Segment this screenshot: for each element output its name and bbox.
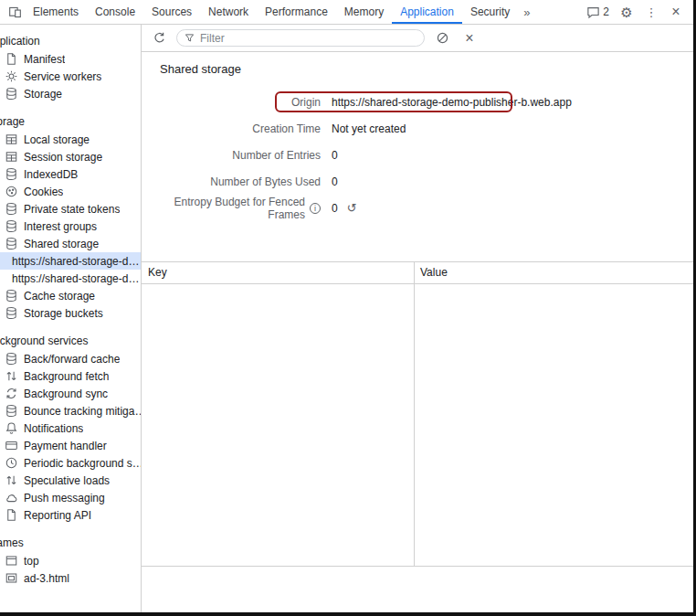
table-body-key-column [142, 284, 415, 566]
sidebar-section-title-background-services[interactable]: Background services [0, 332, 142, 350]
sidebar-item-frame-ad-3[interactable]: ad-3.html [0, 569, 142, 587]
panel-tabs: ElementsConsoleSourcesNetworkPerformance… [25, 0, 518, 24]
sidebar-item-service-workers[interactable]: Service workers [0, 68, 142, 85]
sidebar-item-payment-handler[interactable]: Payment handler [0, 437, 142, 454]
arrows-updown-icon [5, 369, 18, 383]
meta-row-number-of-entries: Number of Entries0 [142, 142, 693, 168]
tab-application[interactable]: Application [392, 0, 462, 24]
table-icon [5, 150, 18, 164]
sidebar-item-interest-groups[interactable]: Interest groups [0, 218, 142, 235]
meta-label: Number of Entries [142, 149, 321, 162]
document-icon [5, 508, 18, 522]
devtools-window: ElementsConsoleSourcesNetworkPerformance… [0, 0, 696, 616]
sidebar-item-label: top [24, 555, 39, 568]
sidebar-item-shared-storage-origin-2[interactable]: https://shared-storage-d… [0, 270, 142, 287]
sidebar-item-label: Background sync [24, 388, 108, 400]
sidebar-item-cookies[interactable]: Cookies [0, 183, 142, 200]
table-body-value-column [415, 284, 693, 566]
sidebar-item-push-messaging[interactable]: Push messaging [0, 489, 142, 506]
sidebar-item-speculative-loads[interactable]: Speculative loads [0, 472, 142, 489]
sidebar-item-label: Cookies [24, 186, 63, 198]
table-header-row: Key Value [142, 262, 693, 284]
sidebar-item-background-sync[interactable]: Background sync [0, 385, 142, 402]
database-icon [5, 306, 18, 320]
sidebar-item-manifest[interactable]: Manifest [0, 50, 142, 68]
close-devtools-icon[interactable]: × [666, 2, 686, 22]
refresh-icon[interactable] [149, 28, 169, 48]
column-header-value[interactable]: Value [415, 262, 693, 283]
meta-value: 0 [332, 202, 338, 215]
sidebar-item-label: ad-3.html [24, 572, 69, 585]
toggle-device-toolbar-icon[interactable] [5, 2, 25, 22]
close-view-icon[interactable]: × [459, 28, 480, 48]
frame-icon [5, 554, 18, 568]
tab-sources[interactable]: Sources [143, 0, 200, 24]
settings-gear-icon[interactable]: ⚙ [617, 2, 637, 22]
sidebar-item-frame-top[interactable]: top [0, 552, 142, 569]
filter-input[interactable] [200, 32, 417, 45]
clear-all-icon[interactable] [432, 28, 452, 48]
more-tabs-button[interactable]: » [518, 5, 535, 19]
sidebar-item-private-state-tokens[interactable]: Private state tokens [0, 200, 142, 218]
sidebar-section-title-frames[interactable]: Frames [0, 534, 142, 552]
sync-icon [5, 387, 18, 400]
sidebar-item-cache-storage[interactable]: Cache storage [0, 287, 142, 304]
sidebar-item-label: Manifest [24, 53, 65, 66]
sidebar-item-label: Back/forward cache [24, 353, 120, 366]
tab-console[interactable]: Console [87, 0, 143, 24]
sidebar-section-application: ApplicationManifestService workersStorag… [0, 32, 142, 102]
meta-label: Origin [142, 96, 321, 109]
meta-row-entropy-budget-for-fenced-frames: Entropy Budget for Fenced Frames0↺ [142, 195, 693, 221]
tab-network[interactable]: Network [200, 0, 257, 24]
meta-row-origin: Originhttps://shared-storage-demo-publis… [142, 89, 693, 115]
sidebar-item-back-forward-cache[interactable]: Back/forward cache [0, 350, 142, 367]
arrows-updown-icon [5, 473, 18, 487]
sidebar-item-label: Shared storage [24, 238, 99, 250]
sidebar-item-label: Session storage [24, 151, 102, 164]
sidebar-item-bounce-tracking-mitigations[interactable]: Bounce tracking mitiga… [0, 402, 142, 420]
sidebar-item-session-storage[interactable]: Session storage [0, 148, 142, 165]
column-header-key[interactable]: Key [142, 262, 415, 283]
meta-label: Creation Time [142, 122, 321, 135]
database-icon [5, 289, 18, 303]
tab-elements[interactable]: Elements [25, 0, 87, 24]
sidebar-item-shared-storage-origin-1[interactable]: https://shared-storage-d… [0, 252, 142, 270]
tab-security[interactable]: Security [462, 0, 518, 24]
sidebar-item-local-storage[interactable]: Local storage [0, 131, 142, 148]
cookie-icon [5, 185, 18, 198]
sidebar-item-indexeddb[interactable]: IndexedDB [0, 165, 142, 183]
iframe-icon [5, 571, 18, 585]
database-icon [5, 352, 18, 366]
page-title: Shared storage [142, 52, 693, 83]
filter-input-box[interactable] [176, 29, 425, 47]
sidebar-section-background-services: Background servicesBack/forward cacheBac… [0, 332, 142, 524]
sidebar-item-label: Storage buckets [24, 307, 103, 320]
sidebar-item-label: Push messaging [24, 492, 105, 504]
meta-row-creation-time: Creation TimeNot yet created [142, 115, 693, 142]
key-value-table: Key Value [142, 261, 693, 612]
cloud-icon [5, 491, 18, 504]
shared-storage-toolbar: × [142, 25, 693, 52]
sidebar-item-storage[interactable]: Storage [0, 85, 142, 102]
sidebar-section-title-storage[interactable]: Storage [0, 112, 142, 131]
sidebar-section-title-application[interactable]: Application [0, 32, 142, 50]
tab-memory[interactable]: Memory [336, 0, 392, 24]
info-icon[interactable] [310, 203, 321, 214]
issues-counter-button[interactable]: 2 [584, 2, 612, 22]
kebab-menu-icon[interactable]: ⋮ [641, 2, 661, 22]
sidebar-item-background-fetch[interactable]: Background fetch [0, 367, 142, 385]
sidebar-item-label: https://shared-storage-d… [12, 272, 139, 285]
sidebar-item-label: Speculative loads [24, 474, 110, 487]
sidebar-item-reporting-api[interactable]: Reporting API [0, 506, 142, 524]
sidebar-item-label: Background fetch [24, 370, 109, 383]
devtools-tabbar: ElementsConsoleSourcesNetworkPerformance… [0, 0, 693, 25]
tab-performance[interactable]: Performance [257, 0, 336, 24]
funnel-icon [185, 33, 195, 43]
meta-label: Entropy Budget for Fenced Frames [142, 196, 321, 221]
sidebar-item-label: Storage [24, 88, 62, 101]
sidebar-item-notifications[interactable]: Notifications [0, 420, 142, 437]
sidebar-item-periodic-background-sync[interactable]: Periodic background s… [0, 454, 142, 472]
sidebar-item-storage-buckets[interactable]: Storage buckets [0, 304, 142, 322]
reset-entropy-icon[interactable]: ↺ [347, 202, 357, 214]
sidebar-item-shared-storage[interactable]: Shared storage [0, 235, 142, 252]
